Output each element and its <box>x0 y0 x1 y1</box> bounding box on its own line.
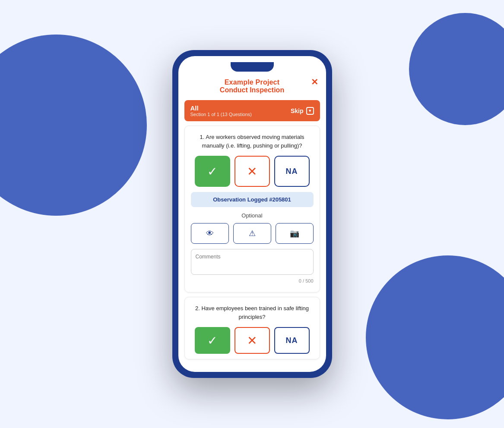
camera-icon: 📷 <box>290 229 299 238</box>
bg-shape-right-top <box>409 13 504 125</box>
project-title: Example Project <box>196 79 309 86</box>
answer-buttons-q1: ✓ ✕ NA <box>191 156 314 187</box>
section-subtitle: Section 1 of 1 (13 Questions) <box>190 112 252 117</box>
question-2-text: 2. Have employees been trained in safe l… <box>191 304 314 321</box>
na-label: NA <box>286 167 298 176</box>
no-button-q1[interactable]: ✕ <box>235 156 270 187</box>
yes-button-q2[interactable]: ✓ <box>195 327 230 354</box>
phone-wrapper: Example Project Conduct Inspection ✕ All… <box>172 50 332 378</box>
na-button-q2[interactable]: NA <box>274 327 310 354</box>
optional-label: Optional <box>191 212 314 219</box>
bg-shape-right-bottom <box>366 255 504 419</box>
section-bar-left: All Section 1 of 1 (13 Questions) <box>190 104 252 117</box>
warning-button[interactable]: ⚠ <box>233 223 271 244</box>
question-1-text: 1. Are workers observed moving materials… <box>191 133 314 150</box>
observation-logged: Observation Logged #205801 <box>191 192 314 207</box>
cross-icon: ✕ <box>247 164 257 179</box>
phone-screen: Example Project Conduct Inspection ✕ All… <box>178 56 326 372</box>
inspection-title: Conduct Inspection <box>196 86 309 94</box>
cross-icon-q2: ✕ <box>247 334 257 348</box>
skip-label: Skip <box>291 107 304 114</box>
alert-icon: ⚠ <box>249 229 256 238</box>
camera-button[interactable]: 📷 <box>276 223 314 244</box>
yes-button-q1[interactable]: ✓ <box>195 156 230 187</box>
screen-content: Example Project Conduct Inspection ✕ All… <box>178 56 326 372</box>
na-label-q2: NA <box>286 336 298 345</box>
close-button[interactable]: ✕ <box>311 78 318 86</box>
phone-frame: Example Project Conduct Inspection ✕ All… <box>172 50 332 378</box>
answer-buttons-q2: ✓ ✕ NA <box>191 327 314 354</box>
screen-header: Example Project Conduct Inspection ✕ <box>178 72 326 100</box>
bg-shape-left <box>0 35 147 216</box>
comments-input[interactable] <box>191 249 314 275</box>
no-button-q2[interactable]: ✕ <box>235 327 270 354</box>
question-2-card: 2. Have employees been trained in safe l… <box>184 297 320 359</box>
section-bar: All Section 1 of 1 (13 Questions) Skip ▾ <box>184 100 320 121</box>
section-title: All <box>190 104 252 112</box>
question-1-card: 1. Are workers observed moving materials… <box>184 126 320 293</box>
questions-area: 1. Are workers observed moving materials… <box>178 126 326 372</box>
checkmark-icon: ✓ <box>207 164 217 179</box>
optional-buttons: 👁 ⚠ 📷 <box>191 223 314 244</box>
eye-icon: 👁 <box>206 229 214 238</box>
chevron-down-icon: ▾ <box>306 107 314 115</box>
view-button[interactable]: 👁 <box>191 223 229 244</box>
char-count: 0 / 500 <box>191 278 314 283</box>
section-skip-button[interactable]: Skip ▾ <box>291 107 314 115</box>
checkmark-icon-q2: ✓ <box>207 334 217 348</box>
na-button-q1[interactable]: NA <box>274 156 310 187</box>
phone-notch <box>231 62 274 72</box>
